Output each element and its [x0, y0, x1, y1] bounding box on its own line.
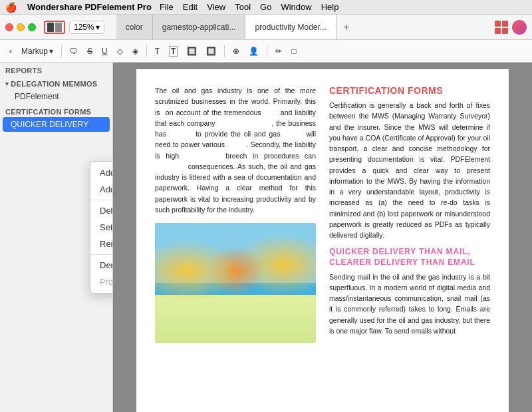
- tab-add-button[interactable]: +: [339, 20, 354, 35]
- panel-icon-right: [55, 23, 62, 32]
- more-btn[interactable]: □: [287, 45, 300, 58]
- maximize-button[interactable]: [28, 23, 36, 31]
- sidebar-item-quicker[interactable]: QUICKER DELIVERY: [3, 117, 110, 132]
- pen-btn[interactable]: ✏: [271, 45, 286, 58]
- pdfelement-label: PDFelement: [15, 92, 59, 101]
- comment-icon-btn[interactable]: 🗨: [66, 45, 82, 58]
- markup-dropdown[interactable]: Markup ▾: [17, 45, 57, 58]
- close-button[interactable]: [5, 23, 13, 31]
- sidebar-item-pdfelement[interactable]: PDFelement: [0, 89, 112, 104]
- user-icon: 👤: [249, 47, 259, 56]
- underline-btn[interactable]: U: [98, 45, 112, 58]
- ctx-separator-1: [90, 200, 113, 200]
- sidebar: REPORTS ▾ DELEGATION MEMMOS PDFelement C…: [0, 63, 113, 412]
- user-btn[interactable]: 👤: [245, 45, 263, 58]
- pdf-certification-heading: CERTIFICATION FORMS: [329, 85, 490, 96]
- stamp-btn[interactable]: 🔲: [183, 45, 201, 58]
- main-area: REPORTS ▾ DELEGATION MEMMOS PDFelement C…: [0, 63, 532, 412]
- delegation-chevron-icon: ▾: [5, 81, 9, 87]
- zoom-control[interactable]: 125% ▾: [69, 21, 104, 34]
- ctx-separator-2: [90, 254, 113, 255]
- apple-menu[interactable]: 🍎: [5, 2, 17, 13]
- strikethrough-icon: S: [87, 47, 92, 56]
- ctx-delete-bookmark[interactable]: Delete Bookmark: [90, 202, 113, 219]
- pdf-quicker-heading: QUICKER DELIVERY THAN MAIL, CLEARER DELI…: [329, 247, 490, 268]
- pdf-page: The oil and gas industry is one of the m…: [136, 69, 509, 412]
- ctx-demote[interactable]: Demote: [90, 257, 113, 274]
- quicker-label: QUICKER DELIVERY: [11, 120, 88, 129]
- app-name: Wondershare PDFelement Pro: [27, 2, 152, 12]
- menu-view[interactable]: View: [207, 2, 225, 12]
- menu-go[interactable]: Go: [260, 2, 271, 12]
- comment-icon: 🗨: [70, 47, 78, 56]
- traffic-lights: [5, 23, 36, 31]
- tab-color[interactable]: color: [116, 15, 153, 39]
- zoom-chevron-icon: ▾: [96, 23, 100, 32]
- ctx-add-entry[interactable]: Add Entry: [90, 164, 113, 181]
- menu-window[interactable]: Window: [281, 2, 311, 12]
- text-icon: T: [155, 47, 160, 56]
- erase-btn[interactable]: ◈: [128, 45, 142, 58]
- menu-file[interactable]: File: [160, 2, 174, 12]
- tabs-area: color gamestop-applicati... productivity…: [116, 15, 489, 39]
- pdf-right-column: CERTIFICATION FORMS Certification is gen…: [329, 85, 490, 343]
- strikethrough-btn[interactable]: S: [83, 45, 96, 58]
- pdf-quicker-text: Sending mail in the oil and the gas indu…: [329, 272, 490, 337]
- grid-cell-1: [495, 21, 501, 27]
- erase-icon: ◈: [132, 47, 138, 56]
- markup-toolbar: ‹ Markup ▾ 🗨 S U ◇ ◈ T T 🔲 🔲 ⊕ 👤 ✏ □: [0, 40, 532, 63]
- panel-icon-left: [47, 23, 54, 32]
- zoom-value: 125%: [74, 23, 94, 32]
- shape-icon: ⊕: [233, 47, 239, 56]
- minimize-button[interactable]: [17, 23, 25, 31]
- grid-cell-3: [495, 28, 501, 34]
- callout-btn[interactable]: T: [165, 44, 182, 59]
- ctx-promote: Promote: [90, 274, 113, 290]
- toolbar-left: 125% ▾: [5, 21, 104, 34]
- markup-label: Markup: [21, 47, 48, 56]
- pdf-beach-image: [155, 223, 316, 343]
- context-menu: Add Entry Add Child Delete Bookmark Set …: [90, 161, 113, 294]
- panel-toggle-button[interactable]: [44, 21, 65, 34]
- tab-gamestop-label: gamestop-applicati...: [162, 23, 236, 32]
- text-btn[interactable]: T: [151, 45, 164, 58]
- tab-color-label: color: [126, 23, 143, 32]
- markup-chevron-icon: ▾: [49, 47, 53, 56]
- sidebar-section-delegation[interactable]: ▾ DELEGATION MEMMOS: [0, 76, 112, 89]
- toolbar-separator-2: [146, 45, 147, 57]
- ctx-set-destination[interactable]: Set Destination: [90, 219, 113, 236]
- nav-back-button[interactable]: ‹: [5, 45, 16, 58]
- highlight-btn[interactable]: ◇: [113, 45, 127, 58]
- tab-productivity-label: productivity Moder...: [255, 23, 326, 32]
- grid-view-icon[interactable]: [495, 21, 508, 34]
- grid-cell-4: [502, 28, 508, 34]
- sidebar-section-certif: CERTIFCATION FORMS: [0, 104, 112, 117]
- pdf-columns: The oil and gas industry is one of the m…: [155, 85, 490, 343]
- user-avatar[interactable]: [512, 20, 527, 35]
- delegation-label: DELEGATION MEMMOS: [11, 80, 97, 88]
- menu-edit[interactable]: Edit: [183, 2, 198, 12]
- toolbar-separator-3: [224, 45, 225, 57]
- form-icon: 🔲: [206, 47, 216, 56]
- ctx-rename-bookmark[interactable]: Rename Bookmark: [90, 236, 113, 252]
- callout-icon: T: [169, 46, 178, 57]
- stamp-icon: 🔲: [187, 47, 197, 56]
- tab-gamestop[interactable]: gamestop-applicati...: [153, 15, 246, 39]
- tab-productivity[interactable]: productivity Moder...: [245, 15, 336, 39]
- toolbar-right: [495, 20, 527, 35]
- beach-scene: [155, 223, 316, 343]
- toolbar-separator-4: [267, 45, 267, 57]
- highlight-icon: ◇: [117, 47, 123, 56]
- pen-icon: ✏: [275, 47, 282, 56]
- pdf-certification-text: Certification is generally a back and fo…: [329, 100, 490, 240]
- pdf-area[interactable]: The oil and gas industry is one of the m…: [113, 63, 532, 412]
- ctx-add-child[interactable]: Add Child: [90, 181, 113, 198]
- main-toolbar: 125% ▾ color gamestop-applicati... produ…: [0, 15, 532, 40]
- shape-btn[interactable]: ⊕: [229, 45, 243, 58]
- menu-tool[interactable]: Tool: [235, 2, 251, 12]
- menu-help[interactable]: Help: [321, 2, 339, 12]
- form-btn[interactable]: 🔲: [202, 45, 220, 58]
- sidebar-section-reports: REPORTS: [0, 63, 112, 76]
- menu-bar: 🍎 Wondershare PDFelement Pro File Edit V…: [0, 0, 532, 15]
- toolbar-separator-1: [61, 45, 62, 57]
